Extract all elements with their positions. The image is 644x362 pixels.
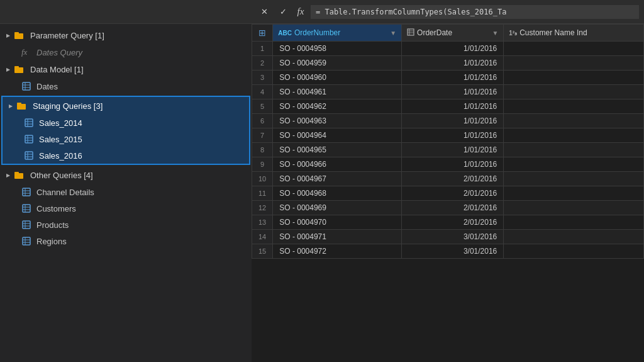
table-row[interactable]: 11SO - 00049682/01/2016 — [252, 186, 644, 201]
cell-customer-name — [504, 143, 644, 157]
table-icon-dates — [21, 81, 31, 91]
cell-order-number: SO - 0004962 — [273, 99, 402, 114]
cell-order-date: 1/01/2016 — [402, 157, 504, 172]
cell-order-number: SO - 0004963 — [273, 114, 402, 128]
triangle-icon-other: ▶ — [5, 172, 11, 178]
table-icon-products — [21, 220, 31, 230]
table-icon-sales2015 — [24, 134, 34, 144]
query-item-sales2016[interactable]: Sales_2016 — [3, 147, 249, 164]
query-item-sales2015[interactable]: Sales_2015 — [3, 131, 249, 147]
cell-customer-name — [504, 244, 644, 259]
table-row[interactable]: 7SO - 00049641/01/2016 — [252, 128, 644, 143]
col-sort-icon-order-date[interactable]: ▼ — [492, 30, 498, 37]
svg-rect-0 — [14, 33, 23, 39]
table-row[interactable]: 2SO - 00049591/01/2016 — [252, 56, 644, 71]
folder-icon-other — [14, 170, 25, 180]
query-item-customers[interactable]: Customers — [0, 200, 252, 217]
formula-cancel-button[interactable]: ✕ — [257, 4, 272, 20]
col-header-customer-name[interactable]: 1²₃ Customer Name Ind — [504, 25, 644, 42]
group-header-staging[interactable]: ▶ Staging Queries [3] — [3, 97, 249, 115]
query-label-sales2016: Sales_2016 — [39, 151, 82, 161]
query-item-dates[interactable]: Dates — [0, 78, 252, 94]
group-label-parameter: Parameter Query [1] — [30, 31, 104, 40]
table-row[interactable]: 12SO - 00049692/01/2016 — [252, 201, 644, 215]
cell-order-number: SO - 0004966 — [273, 157, 402, 172]
query-item-products[interactable]: Products — [0, 217, 252, 233]
table-row[interactable]: 13SO - 00049702/01/2016 — [252, 215, 644, 230]
query-label-dates: Dates — [36, 82, 58, 91]
cell-order-number: SO - 0004961 — [273, 85, 402, 99]
cell-order-number: SO - 0004960 — [273, 71, 402, 85]
cell-order-date: 2/01/2016 — [402, 172, 504, 186]
cell-order-number: SO - 0004968 — [273, 186, 402, 201]
cell-customer-name — [504, 56, 644, 71]
cell-order-date: 2/01/2016 — [402, 186, 504, 201]
col-label-customer-name: Customer Name Ind — [519, 28, 587, 37]
table-row[interactable]: 9SO - 00049661/01/2016 — [252, 157, 644, 172]
query-item-dates-query[interactable]: fx Dates Query — [0, 44, 252, 60]
cell-customer-name — [504, 157, 644, 172]
cell-order-date: 2/01/2016 — [402, 201, 504, 215]
row-number: 9 — [252, 157, 273, 172]
query-label-products: Products — [36, 220, 69, 230]
query-item-regions[interactable]: Regions — [0, 233, 252, 249]
cell-order-number: SO - 0004967 — [273, 172, 402, 186]
group-label-other: Other Queries [4] — [30, 171, 93, 180]
table-row[interactable]: 3SO - 00049601/01/2016 — [252, 71, 644, 85]
group-header-other[interactable]: ▶ Other Queries [4] — [0, 166, 252, 184]
cell-order-date: 1/01/2016 — [402, 128, 504, 143]
cell-order-number: SO - 0004972 — [273, 244, 402, 259]
cell-customer-name — [504, 215, 644, 230]
group-header-parameter[interactable]: ▶ Parameter Query [1] — [0, 26, 252, 44]
table-icon-channel-details — [21, 187, 31, 197]
table-row[interactable]: 14SO - 00049713/01/2016 — [252, 230, 644, 244]
col-header-order-date[interactable]: OrderDate ▼ — [402, 25, 504, 42]
query-item-channel-details[interactable]: Channel Details — [0, 184, 252, 200]
table-icon-customers — [21, 203, 31, 213]
table-row[interactable]: 8SO - 00049651/01/2016 — [252, 143, 644, 157]
row-number: 12 — [252, 201, 273, 215]
row-number: 7 — [252, 128, 273, 143]
query-label-regions: Regions — [36, 237, 67, 246]
cell-customer-name — [504, 128, 644, 143]
table-row[interactable]: 5SO - 00049621/01/2016 — [252, 99, 644, 114]
svg-rect-32 — [23, 221, 30, 229]
cell-customer-name — [504, 230, 644, 244]
folder-icon-staging — [16, 101, 28, 111]
query-group-other: ▶ Other Queries [4] — [0, 166, 252, 249]
svg-rect-36 — [23, 237, 30, 245]
col-sort-icon-order-number[interactable]: ▼ — [390, 30, 396, 37]
triangle-icon-staging: ▶ — [8, 103, 14, 109]
table-grid-icon: ⊞ — [258, 28, 266, 38]
folder-icon-parameter — [14, 30, 25, 40]
svg-rect-4 — [23, 82, 30, 90]
svg-rect-2 — [14, 67, 23, 73]
cell-order-date: 1/01/2016 — [402, 85, 504, 99]
cell-order-date: 1/01/2016 — [402, 114, 504, 128]
table-row[interactable]: 4SO - 00049611/01/2016 — [252, 85, 644, 99]
query-label-dates-query: Dates Query — [36, 48, 82, 57]
table-row[interactable]: 15SO - 00049723/01/2016 — [252, 244, 644, 259]
table-icon-regions — [21, 236, 31, 246]
cell-customer-name — [504, 201, 644, 215]
formula-bar: ✕ ✓ fx — [252, 0, 644, 24]
data-table-container[interactable]: ⊞ ABC OrderNumber ▼ — [252, 24, 644, 362]
sidebar-collapse-button[interactable] — [236, 11, 244, 13]
formula-input[interactable] — [311, 5, 639, 19]
group-header-data-model[interactable]: ▶ Data Model [1] — [0, 60, 252, 78]
cell-order-number: SO - 0004959 — [273, 56, 402, 71]
table-row[interactable]: 1SO - 00049581/01/2016 — [252, 42, 644, 56]
table-row[interactable]: 10SO - 00049672/01/2016 — [252, 172, 644, 186]
query-item-sales2014[interactable]: Sales_2014 — [3, 115, 249, 131]
table-row[interactable]: 6SO - 00049631/01/2016 — [252, 114, 644, 128]
svg-rect-10 — [25, 119, 33, 127]
svg-rect-24 — [23, 188, 30, 196]
svg-rect-1 — [14, 32, 19, 34]
cell-order-number: SO - 0004964 — [273, 128, 402, 143]
sidebar: ▶ Parameter Query [1] fx Dates Query ▶ — [0, 0, 252, 362]
formula-confirm-button[interactable]: ✓ — [275, 4, 291, 20]
cell-order-number: SO - 0004970 — [273, 215, 402, 230]
svg-rect-14 — [25, 135, 33, 143]
data-table: ⊞ ABC OrderNumber ▼ — [252, 24, 644, 259]
col-header-order-number[interactable]: ABC OrderNumber ▼ — [273, 25, 402, 42]
